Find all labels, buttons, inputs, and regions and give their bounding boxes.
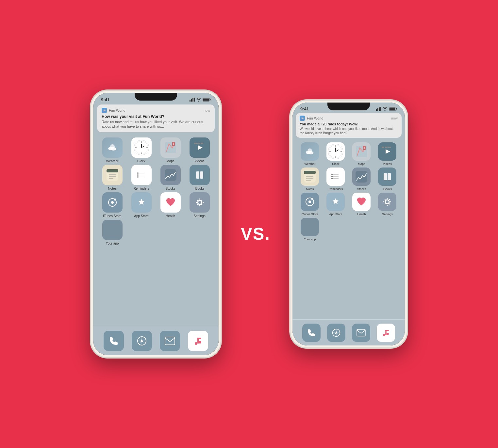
clock-icon — [133, 139, 150, 156]
app-clock-right[interactable]: Clock — [325, 142, 346, 166]
app-row-2-left: Notes — [98, 165, 214, 190]
videos-icon — [193, 141, 207, 154]
health-icon-r — [355, 195, 368, 209]
app-appstore-left[interactable]: App Store — [130, 192, 153, 218]
maps-icon: A — [164, 141, 177, 154]
app-notes-right[interactable]: Notes — [299, 168, 321, 191]
svg-rect-65 — [165, 337, 175, 345]
reminders-icon-r — [329, 170, 342, 184]
svg-rect-71 — [377, 108, 378, 111]
app-stocks-left[interactable]: Stocks — [159, 165, 182, 190]
maps-icon-r: A — [355, 145, 368, 158]
svg-rect-97 — [388, 147, 391, 148]
svg-rect-51 — [194, 197, 206, 208]
notif-app-icon-right: 🎡 — [300, 116, 305, 121]
app-weather-right[interactable]: Weather — [299, 142, 321, 166]
app-itunes-right[interactable]: iTunes Store — [299, 193, 321, 216]
phone-icon — [108, 336, 119, 346]
phone-left: 9:41 — [91, 90, 221, 358]
app-reminders-left[interactable]: Reminders — [130, 165, 153, 190]
dock-music-right[interactable] — [377, 324, 395, 342]
svg-rect-6 — [203, 99, 209, 101]
svg-rect-110 — [356, 171, 367, 183]
battery-icon-right — [389, 107, 397, 111]
app-yourapp-right[interactable]: Your app — [299, 218, 321, 241]
notification-left: 🎡 Fun World now How was your visit at Fu… — [97, 104, 215, 132]
app-settings-left[interactable]: Settings — [188, 192, 211, 218]
svg-rect-29 — [107, 169, 118, 172]
svg-rect-111 — [381, 171, 393, 183]
settings-icon-r — [380, 195, 394, 209]
app-notes-left[interactable]: Notes — [101, 165, 124, 190]
app-stocks-right[interactable]: Stocks — [351, 168, 372, 191]
stocks-icon-r — [355, 170, 368, 184]
vs-label: VS. — [241, 224, 270, 244]
svg-rect-112 — [384, 173, 387, 180]
svg-text:A: A — [173, 143, 174, 146]
svg-rect-25 — [194, 143, 197, 144]
app-videos-right[interactable]: Videos — [376, 142, 398, 166]
mail-icon-r — [356, 329, 366, 337]
app-maps-right[interactable]: A Maps — [351, 142, 372, 166]
safari-icon-r — [332, 328, 341, 337]
svg-point-89 — [335, 151, 336, 152]
reminders-icon — [135, 168, 148, 182]
svg-text:🎡: 🎡 — [301, 117, 304, 120]
app-clock-left[interactable]: Clock — [130, 137, 153, 163]
svg-line-130 — [385, 203, 386, 204]
svg-rect-2 — [192, 98, 193, 102]
dock-safari-right[interactable] — [327, 324, 345, 342]
app-itunes-left[interactable]: iTunes Store — [101, 192, 124, 218]
app-row-2-right: Notes — [297, 168, 400, 191]
app-videos-left[interactable]: Videos — [188, 137, 211, 163]
appstore-icon — [135, 196, 148, 209]
app-reminders-right[interactable]: Reminders — [325, 168, 346, 191]
notif-body-right: We would love to hear which one you like… — [300, 127, 398, 135]
svg-line-60 — [197, 204, 198, 205]
notif-app-icon-left: 🎡 — [102, 108, 107, 113]
app-appstore-right[interactable]: App Store — [325, 193, 346, 216]
app-weather-left[interactable]: Weather — [101, 137, 124, 163]
notif-time-right: now — [391, 116, 398, 120]
svg-point-66 — [195, 342, 197, 345]
ibooks-icon — [193, 168, 207, 182]
app-ibooks-right[interactable]: iBooks — [376, 168, 398, 191]
dock-music-left[interactable] — [188, 331, 208, 351]
status-icons-right — [376, 107, 397, 111]
dock-phone-left[interactable] — [104, 331, 124, 351]
app-maps-left[interactable]: A Maps — [159, 137, 182, 163]
scene: 9:41 — [0, 0, 498, 448]
app-row-1-right: Weather — [297, 142, 400, 166]
svg-rect-76 — [389, 108, 395, 110]
svg-rect-113 — [388, 173, 391, 180]
dock-mail-right[interactable] — [352, 324, 370, 342]
app-ibooks-left[interactable]: iBooks — [188, 165, 211, 190]
dock-right — [292, 319, 405, 345]
svg-point-107 — [331, 176, 333, 177]
app-grid-right: Weather — [292, 140, 405, 319]
clock-icon-r — [327, 143, 344, 160]
weather-icon-r — [304, 146, 316, 157]
itunes-icon-r — [303, 195, 317, 209]
dock-phone-right[interactable] — [302, 324, 321, 342]
svg-rect-27 — [201, 143, 203, 144]
svg-point-35 — [137, 172, 139, 174]
app-settings-right[interactable]: Settings — [376, 193, 398, 216]
svg-point-37 — [137, 174, 139, 176]
notif-body-left: Rate us now and tell us how you liked yo… — [102, 120, 210, 129]
svg-text:A: A — [363, 147, 365, 150]
phone-icon-r — [307, 328, 316, 337]
videos-icon-r — [380, 145, 394, 158]
app-yourapp-left[interactable]: Your app — [101, 220, 124, 245]
notch-left — [135, 93, 177, 101]
dock-safari-left[interactable] — [132, 331, 152, 351]
notif-title-right: You made all 20 rides today! Wow! — [300, 122, 398, 126]
signal-icon-right — [376, 107, 381, 111]
app-health-right[interactable]: Health — [351, 193, 372, 216]
app-row-3-left: iTunes Store App Store — [98, 192, 214, 218]
app-health-left[interactable]: Health — [159, 192, 182, 218]
dock-mail-left[interactable] — [160, 331, 180, 351]
svg-rect-41 — [194, 169, 206, 181]
health-icon — [164, 196, 177, 209]
svg-point-136 — [383, 334, 385, 336]
